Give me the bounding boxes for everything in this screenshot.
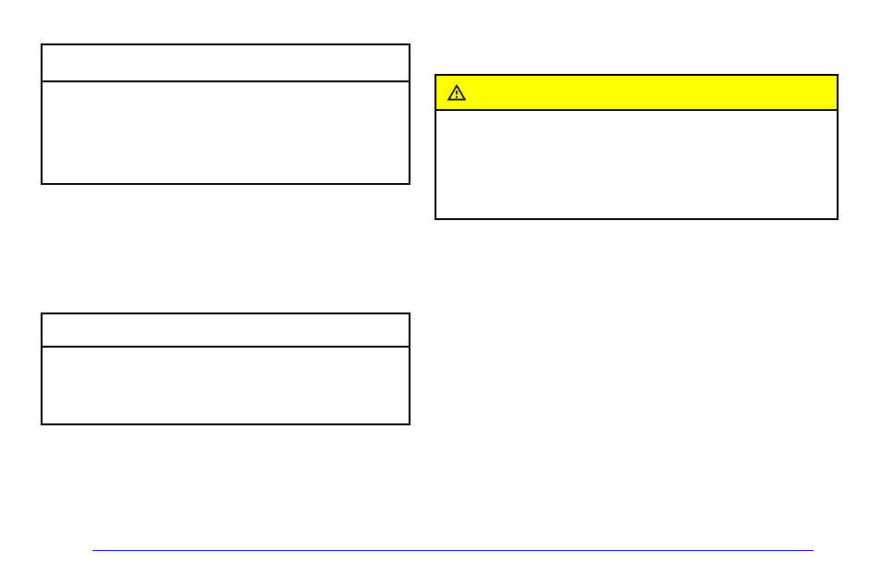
- warning-icon: [446, 83, 468, 103]
- info-box-2: [41, 312, 410, 425]
- info-box-2-body: [43, 348, 409, 425]
- info-box-2-header: [43, 314, 409, 348]
- warning-box-body: [436, 111, 837, 220]
- info-box-1: [41, 43, 410, 185]
- warning-box-header: [436, 76, 837, 111]
- warning-box: [435, 74, 839, 220]
- info-box-1-body: [43, 82, 409, 185]
- svg-point-1: [456, 95, 458, 97]
- info-box-1-header: [43, 45, 409, 82]
- footer-divider: [92, 550, 814, 551]
